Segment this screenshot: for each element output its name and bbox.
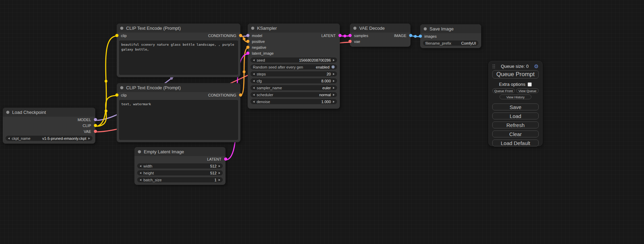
decrement-arrow-icon[interactable] <box>253 59 255 61</box>
clear-button[interactable]: Clear <box>492 130 539 137</box>
decrement-arrow-icon[interactable] <box>253 73 255 75</box>
vae-output-port[interactable] <box>94 130 97 133</box>
slot-row: latent_image <box>248 50 340 56</box>
collapse-dot-icon[interactable] <box>120 86 123 89</box>
widget-value: enabled <box>316 65 329 69</box>
node-empty-latent-image[interactable]: Empty Latent Image LATENT width 512 heig… <box>134 147 226 185</box>
conditioning-output-port[interactable] <box>239 34 242 37</box>
decrement-arrow-icon[interactable] <box>140 172 141 174</box>
refresh-button[interactable]: Refresh <box>492 121 539 128</box>
decrement-arrow-icon[interactable] <box>253 80 255 82</box>
node-title-bar[interactable]: Load Checkpoint <box>3 108 95 117</box>
decrement-arrow-icon[interactable] <box>140 165 141 167</box>
node-graph-canvas[interactable]: Load Checkpoint MODEL CLIP VAE ckpt_name… <box>0 0 644 244</box>
sampler-name-widget[interactable]: sampler_name euler <box>250 85 337 90</box>
increment-arrow-icon[interactable] <box>333 73 335 75</box>
collapse-dot-icon[interactable] <box>138 150 141 153</box>
clip-output-port[interactable] <box>94 124 97 127</box>
widget-value: 156680208700286 <box>299 58 331 62</box>
input-slot-vae: vae <box>354 39 360 44</box>
model-output-port[interactable] <box>94 118 97 121</box>
increment-arrow-icon[interactable] <box>219 165 220 167</box>
node-title-bar[interactable]: Empty Latent Image <box>134 147 226 156</box>
increment-arrow-icon[interactable] <box>333 94 335 96</box>
link-dot <box>243 38 246 40</box>
cfg-widget[interactable]: cfg 8.000 <box>250 78 337 83</box>
slot-row: clip CONDITIONING <box>117 92 240 98</box>
slot-label: CONDITIONING <box>208 93 236 97</box>
node-title-bar[interactable]: VAE Decode <box>350 24 411 33</box>
node-clip-text-encode-negative[interactable]: CLIP Text Encode (Prompt) clip CONDITION… <box>117 83 240 142</box>
decrement-arrow-icon[interactable] <box>253 94 255 96</box>
image-output-port[interactable] <box>409 34 412 37</box>
input-slot-clip: clip <box>121 93 127 97</box>
seed-widget[interactable]: seed 156680208700286 <box>250 57 337 63</box>
scheduler-widget[interactable]: scheduler normal <box>250 92 337 97</box>
node-save-image[interactable]: Save Image images filename_prefix ComfyU… <box>420 24 481 48</box>
steps-widget[interactable]: steps 20 <box>250 71 337 76</box>
view-queue-button[interactable]: View Queue <box>516 88 539 93</box>
slot-label: CONDITIONING <box>208 34 236 38</box>
increment-arrow-icon[interactable] <box>219 172 220 174</box>
collapse-dot-icon[interactable] <box>353 27 356 30</box>
height-widget[interactable]: height 512 <box>137 170 223 175</box>
settings-gear-icon[interactable]: ⚙ <box>534 64 539 69</box>
collapse-dot-icon[interactable] <box>424 27 427 30</box>
batch-size-widget[interactable]: batch_size 1 <box>137 177 223 182</box>
model-input-port[interactable] <box>246 34 249 37</box>
queue-prompt-button[interactable]: Queue Prompt <box>492 70 539 79</box>
latent-output-port[interactable] <box>338 34 342 37</box>
increment-arrow-icon[interactable] <box>333 59 335 61</box>
decrement-arrow-icon[interactable] <box>253 101 255 103</box>
output-slot-latent: LATENT <box>207 157 221 161</box>
node-vae-decode[interactable]: VAE Decode samples IMAGE vae <box>350 24 411 47</box>
latent-output-port[interactable] <box>224 157 227 161</box>
decrement-arrow-icon[interactable] <box>140 179 141 181</box>
random-seed-widget[interactable]: Random seed after every gen enabled <box>250 64 337 70</box>
increment-arrow-icon[interactable] <box>333 87 335 89</box>
collapse-dot-icon[interactable] <box>251 27 254 30</box>
negative-prompt-textarea[interactable]: text, watermark <box>119 100 238 140</box>
latent-image-input-port[interactable] <box>246 52 249 55</box>
width-widget[interactable]: width 512 <box>137 163 223 169</box>
save-button[interactable]: Save <box>492 103 539 110</box>
view-history-button[interactable]: View History <box>500 94 531 99</box>
positive-prompt-textarea[interactable]: beautiful scenery nature glass bottle la… <box>119 40 238 75</box>
node-title-bar[interactable]: Save Image <box>420 24 481 33</box>
clip-input-port[interactable] <box>115 93 118 97</box>
increment-arrow-icon[interactable] <box>333 80 335 82</box>
toggle-knob-icon[interactable] <box>332 65 335 69</box>
slot-label: vae <box>354 39 360 44</box>
conditioning-output-port[interactable] <box>239 93 242 97</box>
increment-arrow-icon[interactable] <box>88 137 90 139</box>
extra-options-checkbox[interactable] <box>528 82 532 87</box>
increment-arrow-icon[interactable] <box>333 101 335 103</box>
samples-input-port[interactable] <box>349 34 352 37</box>
filename-prefix-widget[interactable]: filename_prefix ComfyUI <box>423 40 478 46</box>
input-slot-positive: positive <box>252 39 265 44</box>
denoise-widget[interactable]: denoise 1.000 <box>250 99 337 104</box>
clip-input-port[interactable] <box>115 34 118 37</box>
images-input-port[interactable] <box>419 35 422 38</box>
widget-value: normal <box>319 93 331 97</box>
node-ksampler[interactable]: KSampler model LATENT positive negative <box>248 24 340 109</box>
collapse-dot-icon[interactable] <box>120 27 123 30</box>
load-button[interactable]: Load <box>492 112 539 119</box>
queue-size-label: Queue size: 0 <box>495 64 534 69</box>
queue-front-button[interactable]: Queue Front <box>492 88 515 93</box>
negative-input-port[interactable] <box>246 46 249 49</box>
node-title-bar[interactable]: CLIP Text Encode (Prompt) <box>117 24 240 33</box>
decrement-arrow-icon[interactable] <box>8 137 10 139</box>
decrement-arrow-icon[interactable] <box>253 87 255 89</box>
node-clip-text-encode-positive[interactable]: CLIP Text Encode (Prompt) clip CONDITION… <box>117 24 240 77</box>
increment-arrow-icon[interactable] <box>219 179 220 181</box>
positive-input-port[interactable] <box>246 40 249 43</box>
node-title-bar[interactable]: CLIP Text Encode (Prompt) <box>117 83 240 92</box>
ckpt-name-widget[interactable]: ckpt_name v1-5-pruned-emaonly.ckpt <box>6 136 92 141</box>
drag-handle-icon[interactable] <box>492 64 495 69</box>
load-default-button[interactable]: Load Default <box>492 139 539 146</box>
collapse-dot-icon[interactable] <box>6 111 9 114</box>
node-title-bar[interactable]: KSampler <box>248 24 340 33</box>
node-load-checkpoint[interactable]: Load Checkpoint MODEL CLIP VAE ckpt_name… <box>3 108 95 144</box>
vae-input-port[interactable] <box>349 40 352 43</box>
